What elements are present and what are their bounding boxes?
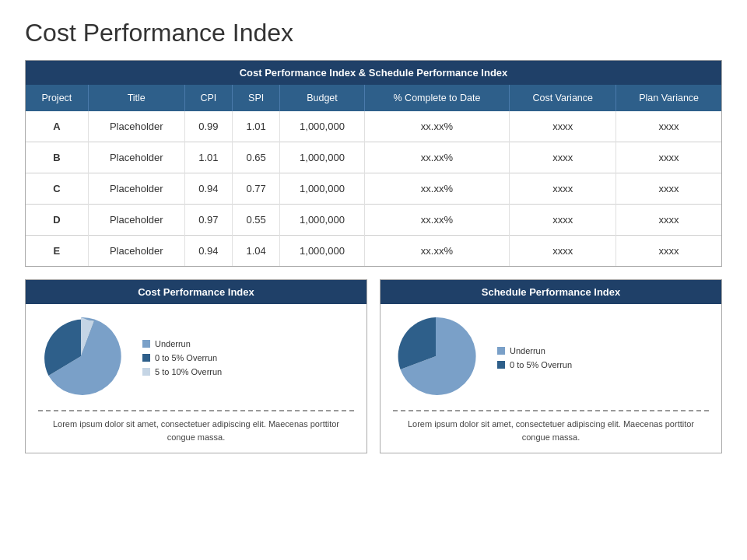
right-legend: Underrun 0 to 5% Overrun — [497, 346, 572, 369]
col-complete: % Complete to Date — [364, 85, 510, 111]
col-title: Title — [88, 85, 184, 111]
bottom-panels: Cost Performance Index — [25, 279, 722, 453]
left-panel-text: Lorem ipsum dolor sit amet, consectetuer… — [38, 418, 354, 443]
left-panel-body: Underrun 0 to 5% Overrun 5 to 10% Overru… — [26, 304, 366, 453]
table-section-title: Cost Performance Index & Schedule Perfor… — [26, 61, 721, 85]
col-cost-variance: Cost Variance — [510, 85, 616, 111]
cell-1: Placeholder — [88, 236, 184, 267]
left-legend-0-5-dot — [142, 354, 150, 362]
cell-6: xxxx — [510, 205, 616, 236]
cell-2: 1.01 — [184, 142, 232, 173]
left-legend-0-5-label: 0 to 5% Overrun — [155, 353, 217, 362]
right-legend-underrun-dot — [497, 347, 505, 355]
table-row: DPlaceholder0.970.551,000,000xx.xx%xxxxx… — [26, 205, 721, 236]
cell-4: 1,000,000 — [280, 173, 364, 205]
cell-4: 1,000,000 — [280, 111, 364, 142]
cell-0: E — [26, 236, 88, 267]
table-row: BPlaceholder1.010.651,000,000xx.xx%xxxxx… — [26, 142, 721, 173]
cell-7: xxxx — [616, 173, 721, 205]
left-dashed-divider — [38, 410, 354, 411]
col-budget: Budget — [280, 85, 364, 111]
cell-5: xx.xx% — [364, 205, 510, 236]
top-table-container: Cost Performance Index & Schedule Perfor… — [25, 60, 722, 267]
cell-5: xx.xx% — [364, 236, 510, 267]
cell-1: Placeholder — [88, 205, 184, 236]
left-pie-chart — [38, 313, 124, 402]
col-project: Project — [26, 85, 88, 111]
cell-7: xxxx — [616, 111, 721, 142]
left-legend-underrun-label: Underrun — [155, 339, 191, 348]
cell-6: xxxx — [510, 142, 616, 173]
right-panel: Schedule Performance Index Underrun — [380, 279, 722, 453]
right-panel-text: Lorem ipsum dolor sit amet, consectetuer… — [393, 418, 709, 443]
cell-1: Placeholder — [88, 142, 184, 173]
cell-2: 0.94 — [184, 173, 232, 205]
left-legend-5-10-label: 5 to 10% Overrun — [155, 367, 222, 376]
right-panel-body: Underrun 0 to 5% Overrun Lorem ipsum dol… — [381, 304, 721, 453]
right-pie-chart — [393, 313, 479, 402]
cell-5: xx.xx% — [364, 142, 510, 173]
cell-4: 1,000,000 — [280, 142, 364, 173]
cell-7: xxxx — [616, 236, 721, 267]
table-row: APlaceholder0.991.011,000,000xx.xx%xxxxx… — [26, 111, 721, 142]
col-cpi: CPI — [184, 85, 232, 111]
cell-0: B — [26, 142, 88, 173]
cell-5: xx.xx% — [364, 111, 510, 142]
cell-4: 1,000,000 — [280, 205, 364, 236]
cell-0: D — [26, 205, 88, 236]
cell-6: xxxx — [510, 111, 616, 142]
cell-3: 0.65 — [233, 142, 280, 173]
right-legend-0-5: 0 to 5% Overrun — [497, 360, 572, 369]
left-legend-underrun-dot — [142, 340, 150, 348]
left-legend: Underrun 0 to 5% Overrun 5 to 10% Overru… — [142, 339, 222, 376]
table-row: EPlaceholder0.941.041,000,000xx.xx%xxxxx… — [26, 236, 721, 267]
left-legend-5-10: 5 to 10% Overrun — [142, 367, 222, 376]
right-panel-header: Schedule Performance Index — [381, 280, 721, 304]
cell-7: xxxx — [616, 205, 721, 236]
cell-7: xxxx — [616, 142, 721, 173]
col-plan-variance: Plan Variance — [616, 85, 721, 111]
cell-1: Placeholder — [88, 173, 184, 205]
left-legend-0-5: 0 to 5% Overrun — [142, 353, 222, 362]
left-panel: Cost Performance Index — [25, 279, 367, 453]
cell-0: C — [26, 173, 88, 205]
right-dashed-divider — [393, 410, 709, 411]
right-legend-underrun: Underrun — [497, 346, 572, 355]
cell-2: 0.99 — [184, 111, 232, 142]
cell-3: 1.04 — [233, 236, 280, 267]
left-legend-underrun: Underrun — [142, 339, 222, 348]
table-row: CPlaceholder0.940.771,000,000xx.xx%xxxxx… — [26, 173, 721, 205]
right-chart-area: Underrun 0 to 5% Overrun — [393, 313, 709, 402]
cell-3: 1.01 — [233, 111, 280, 142]
right-legend-0-5-dot — [497, 361, 505, 369]
right-legend-underrun-label: Underrun — [510, 346, 545, 355]
cell-2: 0.97 — [184, 205, 232, 236]
cell-2: 0.94 — [184, 236, 232, 267]
left-panel-header: Cost Performance Index — [26, 280, 366, 304]
cell-1: Placeholder — [88, 111, 184, 142]
cell-0: A — [26, 111, 88, 142]
cell-6: xxxx — [510, 173, 616, 205]
cell-6: xxxx — [510, 236, 616, 267]
page-title: Cost Performance Index — [25, 19, 722, 47]
right-legend-0-5-label: 0 to 5% Overrun — [510, 360, 572, 369]
cpi-spi-table: Project Title CPI SPI Budget % Complete … — [26, 85, 721, 266]
cell-5: xx.xx% — [364, 173, 510, 205]
cell-3: 0.77 — [233, 173, 280, 205]
left-chart-area: Underrun 0 to 5% Overrun 5 to 10% Overru… — [38, 313, 354, 402]
cell-3: 0.55 — [233, 205, 280, 236]
cell-4: 1,000,000 — [280, 236, 364, 267]
col-spi: SPI — [233, 85, 280, 111]
left-legend-5-10-dot — [142, 368, 150, 376]
